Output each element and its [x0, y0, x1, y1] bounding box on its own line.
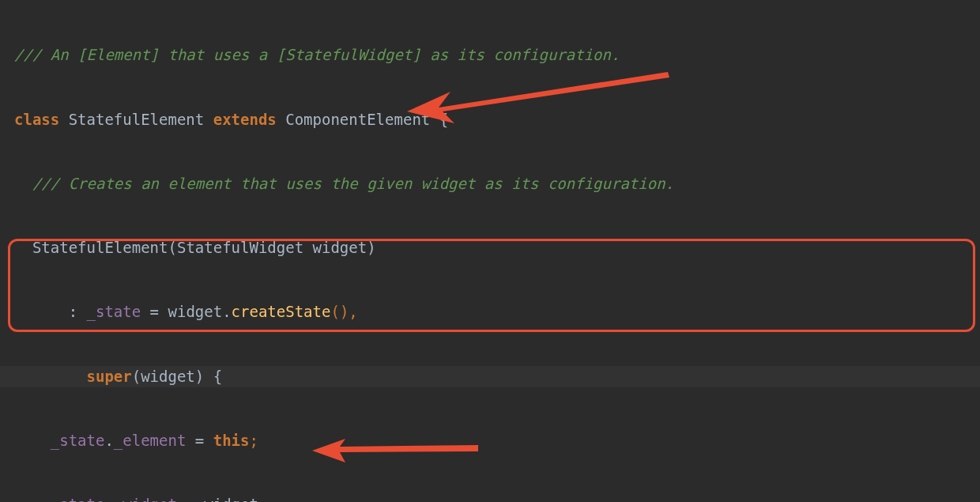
- code-line: /// Creates an element that uses the giv…: [0, 173, 980, 194]
- param: widget: [313, 237, 368, 259]
- class-name: StatefulElement: [69, 109, 205, 130]
- field: _state: [51, 430, 105, 451]
- keyword: class: [14, 109, 59, 130]
- method-call: createState: [232, 301, 331, 323]
- code-line: class StatefulElement extends ComponentE…: [0, 109, 980, 130]
- class-name: ComponentElement: [285, 109, 430, 130]
- code-line: _state._widget = widget;: [0, 495, 980, 503]
- code-line-highlighted: super(widget) {: [0, 366, 980, 387]
- identifier: widget: [168, 301, 223, 323]
- identifier: widget: [204, 494, 258, 502]
- doc-comment: /// An [Element] that uses a [StatefulWi…: [14, 44, 620, 66]
- field: _state: [87, 301, 141, 323]
- field: _state: [51, 494, 105, 502]
- field: _widget: [114, 494, 177, 502]
- field: _element: [114, 430, 187, 451]
- doc-comment: /// Creates an element that uses the giv…: [32, 173, 674, 194]
- constructor-name: StatefulElement: [32, 237, 168, 259]
- super-keyword: super: [87, 366, 132, 387]
- code-line: _state._element = this;: [0, 430, 980, 451]
- code-editor[interactable]: /// An [Element] that uses a [StatefulWi…: [0, 0, 980, 502]
- type: StatefulWidget: [177, 237, 303, 259]
- code-line: /// An [Element] that uses a [StatefulWi…: [0, 44, 980, 66]
- code-line: : _state = widget.createState(),: [0, 302, 980, 323]
- keyword: extends: [213, 109, 277, 130]
- this-keyword: this: [213, 430, 250, 451]
- code-line: StatefulElement(StatefulWidget widget): [0, 237, 980, 259]
